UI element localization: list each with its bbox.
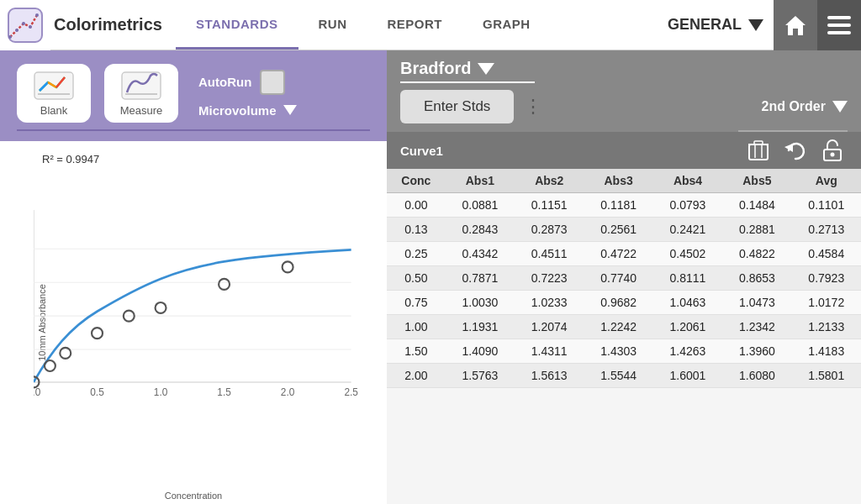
table-cell: 1.5763 <box>446 364 515 388</box>
svg-point-36 <box>92 328 103 339</box>
table-cell: 0.2421 <box>653 218 722 242</box>
table-cell: 0.4822 <box>722 242 791 266</box>
blank-label: Blank <box>40 104 68 117</box>
logo-icon <box>7 7 44 44</box>
svg-rect-9 <box>827 24 851 27</box>
measure-label: Measure <box>120 104 163 117</box>
table-cell: 0.2881 <box>722 218 791 242</box>
table-body: 0.000.08810.11510.11810.07930.14840.1101… <box>387 193 861 388</box>
svg-marker-7 <box>785 16 806 35</box>
home-button[interactable] <box>774 0 817 50</box>
table-cell: 1.4090 <box>446 339 515 364</box>
table-cell: 0.7871 <box>446 266 515 291</box>
table-cell: 0.8653 <box>722 266 791 291</box>
svg-rect-13 <box>122 72 161 99</box>
blank-button[interactable]: Blank <box>17 64 91 123</box>
svg-rect-46 <box>754 141 763 144</box>
svg-marker-6 <box>748 19 763 31</box>
nav-graph[interactable]: GRAPH <box>462 0 551 50</box>
table-cell: 1.5613 <box>515 364 584 388</box>
table-row: 1.501.40901.43111.43031.42631.39601.4183 <box>387 339 861 364</box>
table-cell: 1.0473 <box>722 291 791 315</box>
table-cell: 0.9682 <box>584 291 652 315</box>
table-cell: 0.75 <box>387 291 446 315</box>
table-cell: 0.7223 <box>515 266 584 291</box>
table-row: 0.130.28430.28730.25610.24210.28810.2713 <box>387 218 861 242</box>
nav-standards[interactable]: STANDARDS <box>176 0 298 50</box>
undo-button[interactable] <box>780 135 811 165</box>
curve-label: Curve1 <box>400 144 737 158</box>
table-cell: 0.00 <box>387 193 446 218</box>
app-logo <box>0 0 50 50</box>
main-nav: STANDARDS RUN REPORT GRAPH <box>176 0 658 50</box>
col-abs5: Abs5 <box>722 169 791 193</box>
svg-text:1.5: 1.5 <box>217 386 231 398</box>
unlock-icon <box>823 139 842 161</box>
measure-button[interactable]: Measure <box>104 64 178 123</box>
col-abs2: Abs2 <box>515 169 584 193</box>
general-dropdown[interactable]: GENERAL <box>658 16 774 34</box>
chart-container: R² = 0.9947 10mm Absorbance Concentratio… <box>0 141 387 504</box>
dots-icon[interactable]: ⋮ <box>524 96 544 118</box>
left-top: Blank Measure AutoRun Microvolume <box>0 50 387 129</box>
col-abs1: Abs1 <box>446 169 515 193</box>
enter-stds-button[interactable]: Enter Stds <box>400 90 514 123</box>
table-cell: 1.1931 <box>446 315 515 339</box>
blank-icon <box>33 71 75 101</box>
header-right: GENERAL <box>658 0 861 50</box>
table-cell: 1.2074 <box>515 315 584 339</box>
bradford-dropdown[interactable]: Bradford <box>400 59 494 78</box>
svg-rect-42 <box>749 144 768 160</box>
table-cell: 0.1484 <box>722 193 791 218</box>
second-order-dropdown[interactable]: 2nd Order <box>762 99 848 114</box>
table-cell: 0.1101 <box>792 193 861 218</box>
undo-icon <box>784 140 806 160</box>
chart-svg: 0 0.5 1 1.5 2 2.5 0.0 0.5 1.0 1.5 2.0 2.… <box>34 150 378 479</box>
nav-report[interactable]: REPORT <box>367 0 463 50</box>
table-cell: 1.2242 <box>584 315 652 339</box>
svg-point-5 <box>35 13 39 17</box>
table-cell: 1.3960 <box>722 339 791 364</box>
table-cell: 0.4511 <box>515 242 584 266</box>
table-row: 1.001.19311.20741.22421.20611.23421.2133 <box>387 315 861 339</box>
x-axis-label: Concentration <box>165 491 223 501</box>
table-row: 0.500.78710.72230.77400.81110.86530.7923 <box>387 266 861 291</box>
nav-run[interactable]: RUN <box>298 0 367 50</box>
table-cell: 0.7923 <box>792 266 861 291</box>
table-cell: 0.0881 <box>446 193 515 218</box>
app-name: Colorimetrics <box>50 15 176 34</box>
table-cell: 1.2342 <box>722 315 791 339</box>
menu-icon <box>827 16 851 34</box>
svg-text:1.0: 1.0 <box>154 386 168 398</box>
table-cell: 1.6080 <box>722 364 791 388</box>
svg-point-1 <box>8 35 12 39</box>
svg-rect-10 <box>827 31 851 34</box>
table-cell: 1.4263 <box>653 339 722 364</box>
table-row: 0.250.43420.45110.47220.45020.48220.4584 <box>387 242 861 266</box>
autorun-toggle[interactable] <box>260 70 285 95</box>
col-conc: Conc <box>387 169 446 193</box>
table-cell: 0.7740 <box>584 266 652 291</box>
table-cell: 0.8111 <box>653 266 722 291</box>
table-cell: 1.6001 <box>653 364 722 388</box>
table-cell: 1.0030 <box>446 291 515 315</box>
svg-point-49 <box>831 153 835 157</box>
autorun-label: AutoRun <box>198 75 251 89</box>
table-cell: 0.1151 <box>515 193 584 218</box>
microvolume-dropdown[interactable]: Microvolume <box>198 103 297 118</box>
general-chevron-icon <box>748 19 763 31</box>
right-panel: Bradford Enter Stds ⋮ 2nd Order Curve1 <box>387 50 861 504</box>
table-row: 2.001.57631.56131.55441.60011.60801.5801 <box>387 364 861 388</box>
table-cell: 1.00 <box>387 315 446 339</box>
table-cell: 0.25 <box>387 242 446 266</box>
menu-button[interactable] <box>817 0 861 50</box>
svg-point-38 <box>156 302 166 313</box>
table-cell: 1.4311 <box>515 339 584 364</box>
delete-button[interactable] <box>743 135 774 165</box>
table-cell: 0.4722 <box>584 242 652 266</box>
svg-point-4 <box>29 25 32 29</box>
table-cell: 0.2843 <box>446 218 515 242</box>
table-cell: 0.4584 <box>792 242 861 266</box>
unlock-button[interactable] <box>817 135 848 165</box>
col-abs3: Abs3 <box>584 169 652 193</box>
